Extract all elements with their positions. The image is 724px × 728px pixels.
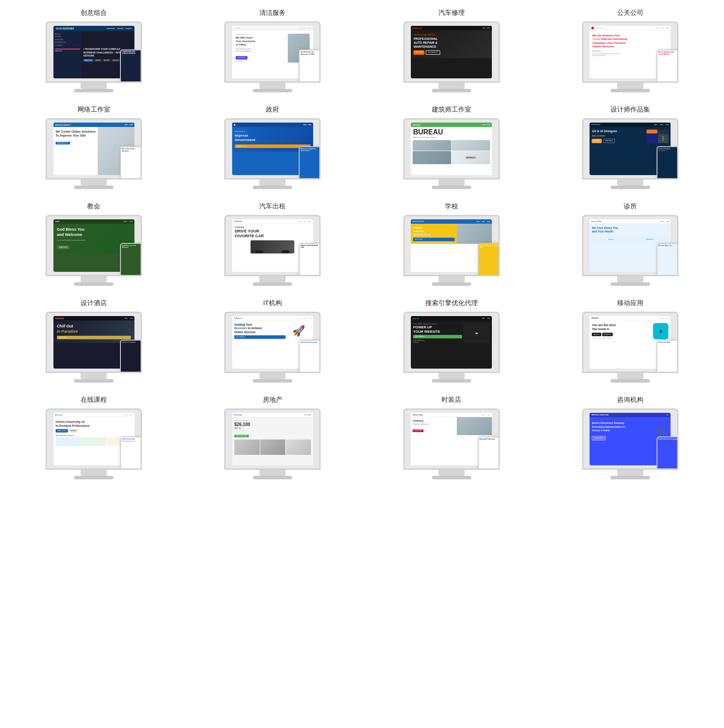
card-title-government: 政府 (266, 106, 279, 114)
card-government: 政府 🏛 Welcome to (187, 106, 357, 189)
monitor-stand-courses (81, 470, 107, 476)
monitor-body-clinic: Impreza Clinic We Care About Youand Your… (582, 215, 678, 276)
card-cleaning: 清洁服务 (187, 9, 357, 92)
monitor-base-car-repair (432, 89, 471, 92)
card-title-webstudio: 网络工作室 (78, 106, 110, 114)
card-pr: 公关公司 (545, 9, 715, 92)
monitor-cleaning: Starting at $47/service We Will CleanYou… (224, 21, 321, 92)
monitor-seo: Impreza From 1000+ Happy Customers POWER… (403, 312, 500, 383)
monitor-wrap-hotel: PARADISE Chill Outin Paradise BOOK NOW (9, 312, 179, 383)
card-title-creative: 创意组合 (81, 9, 107, 17)
monitor-stand-creative (81, 83, 107, 89)
monitor-body-fashion: Fashion Shop Clothing Seasonal Collectio… (403, 408, 500, 470)
phone-designer: UX & UI Designer less is more. (657, 146, 678, 179)
screen-content-architect: IMPREZA BUREAU Architecture & Design Stu… (411, 123, 492, 175)
card-webstudio: 网络工作室 IMPREZA AGENCY (9, 106, 179, 189)
card-title-car-rental: 汽车出租 (259, 202, 286, 211)
monitor-body-car-rental: CarRental CarRental DRIVE YOURFAVORITE C… (224, 215, 321, 276)
monitor-wrap-mobile: IMPREZA You are the best.You know it. Ap… (545, 312, 715, 383)
monitor-government: 🏛 Welcome to ImprezaGovernment Popular S… (224, 118, 321, 189)
monitor-body-seo: Impreza From 1000+ Happy Customers POWER… (403, 312, 500, 373)
card-title-seo: 搜索引擎优化代理 (425, 299, 478, 307)
monitor-body-architect: IMPREZA BUREAU Architecture & Design Stu… (403, 118, 500, 179)
monitor-wrap-realestate: Real Estate +01 115 847 Featured Propert… (187, 408, 357, 479)
card-it: IT机构 IT Agency. (187, 299, 357, 383)
monitor-stand-it (259, 373, 286, 379)
monitor-stand-realestate (259, 470, 286, 476)
monitor-body-mobile: IMPREZA You are the best.You know it. Ap… (582, 312, 678, 373)
monitor-base-mobile (611, 379, 650, 383)
monitor-wrap-webstudio: IMPREZA AGENCY We Create Online Solution… (9, 118, 179, 189)
phone-consulting: Build a Business Strategy (657, 436, 678, 470)
monitor-body-webstudio: IMPREZA AGENCY We Create Online Solution… (46, 118, 142, 179)
monitor-body-hotel: PARADISE Chill Outin Paradise BOOK NOW (46, 312, 142, 373)
monitor-stand-architect (438, 179, 465, 186)
card-title-consulting: 咨询机构 (617, 396, 643, 404)
monitor-base-hotel (74, 379, 113, 383)
monitor-architect: IMPREZA BUREAU Architecture & Design Stu… (403, 118, 500, 189)
screen-architect: IMPREZA BUREAU Architecture & Design Stu… (411, 123, 492, 175)
monitor-wrap-creative: UI-UX DESIGNER ABOUTWORKSSERVICESEXPERIE… (9, 21, 179, 92)
phone-clinic: We Care About You (657, 243, 678, 276)
monitor-wrap-fashion: Fashion Shop Clothing Seasonal Collectio… (367, 408, 537, 479)
monitor-base-school (432, 282, 471, 286)
card-title-it: IT机构 (263, 299, 282, 307)
card-title-architect: 建筑师工作室 (432, 106, 471, 114)
monitor-fashion: Fashion Shop Clothing Seasonal Collectio… (403, 408, 500, 479)
card-title-cleaning: 清洁服务 (259, 9, 286, 17)
card-seo: 搜索引擎优化代理 Impreza (367, 299, 537, 383)
card-title-church: 教会 (87, 202, 100, 211)
screen-seo: Impreza From 1000+ Happy Customers POWER… (411, 316, 492, 369)
phone-creative: I TRANSFORM YOUR COMPLEX BUSINESS (120, 49, 142, 83)
monitor-base-courses (74, 476, 113, 479)
monitor-stand-school (438, 276, 465, 282)
monitor-body-government: 🏛 Welcome to ImprezaGovernment Popular S… (224, 118, 321, 179)
monitor-wrap-architect: IMPREZA BUREAU Architecture & Design Stu… (367, 118, 537, 189)
monitor-courses: University Online University ofIn-Demand… (46, 408, 142, 479)
monitor-designer: PORTFOLIO UX & UI Designer less is more. (582, 118, 678, 189)
monitor-base-it (253, 379, 292, 383)
monitor-body-church: God Bless Youand Welcome Join us every S… (46, 215, 142, 276)
monitor-body-realestate: Real Estate +01 115 847 Featured Propert… (224, 408, 321, 470)
main-grid: 创意组合 UI-UX DESIGNER (9, 9, 715, 479)
monitor-body-pr: We Use Analytics AndCreate Effective Adv… (582, 21, 678, 83)
phone-government: Welcome to Impreza Government (299, 146, 321, 179)
phone-cleaning: We Will Clean Your Apartment or Office (299, 49, 321, 83)
monitor-stand-pr (617, 83, 643, 89)
monitor-base-architect (432, 186, 471, 189)
card-realestate: 房地产 Real Estate +01 115 847 Featured Pro… (187, 396, 357, 479)
monitor-body-it: IT Agency. Guiding YourBusiness to Achie… (224, 312, 321, 373)
monitor-base-designer (611, 186, 650, 189)
monitor-stand-cleaning (259, 83, 286, 89)
screen-content-seo: Impreza From 1000+ Happy Customers POWER… (411, 316, 492, 369)
monitor-wrap-clinic: Impreza Clinic We Care About Youand Your… (545, 215, 715, 286)
monitor-base-consulting (611, 476, 650, 479)
monitor-car-repair: CarService Professional Service PROFESSI… (403, 21, 500, 92)
monitor-wrap-it: IT Agency. Guiding YourBusiness to Achie… (187, 312, 357, 383)
card-title-courses: 在线课程 (81, 396, 107, 404)
monitor-base-cleaning (253, 89, 292, 92)
monitor-realestate: Real Estate +01 115 847 Featured Propert… (224, 408, 321, 479)
monitor-body-creative: UI-UX DESIGNER ABOUTWORKSSERVICESEXPERIE… (46, 21, 142, 83)
monitor-mobile: IMPREZA You are the best.You know it. Ap… (582, 312, 678, 383)
monitor-wrap-consulting: IMPREZA CONSULTING 🔍 Build a Business St… (545, 408, 715, 479)
card-courses: 在线课程 University Online Univ (9, 396, 179, 479)
monitor-consulting: IMPREZA CONSULTING 🔍 Build a Business St… (582, 408, 678, 479)
monitor-stand-fashion (438, 470, 465, 476)
monitor-webstudio: IMPREZA AGENCY We Create Online Solution… (46, 118, 142, 189)
monitor-wrap-school: Impreza School Inspire.Educate.Become Gr… (367, 215, 537, 286)
monitor-wrap-seo: Impreza From 1000+ Happy Customers POWER… (367, 312, 537, 383)
monitor-base-seo (432, 379, 471, 383)
card-architect: 建筑师工作室 IMPREZA BUREAU (367, 106, 537, 189)
monitor-wrap-car-rental: CarRental CarRental DRIVE YOURFAVORITE C… (187, 215, 357, 286)
monitor-body-consulting: IMPREZA CONSULTING 🔍 Build a Business St… (582, 408, 678, 470)
monitor-stand-designer (617, 179, 643, 186)
card-title-realestate: 房地产 (263, 396, 283, 404)
monitor-creative: UI-UX DESIGNER ABOUTWORKSSERVICESEXPERIE… (46, 21, 142, 92)
card-title-pr: 公关公司 (617, 9, 643, 17)
card-designer: 设计师作品集 PORTFOLIO (545, 106, 715, 189)
monitor-wrap-courses: University Online University ofIn-Demand… (9, 408, 179, 479)
monitor-body-designer: PORTFOLIO UX & UI Designer less is more. (582, 118, 678, 179)
monitor-church: God Bless Youand Welcome Join us every S… (46, 215, 142, 286)
screen-content-realestate: Real Estate +01 115 847 Featured Propert… (232, 413, 313, 465)
